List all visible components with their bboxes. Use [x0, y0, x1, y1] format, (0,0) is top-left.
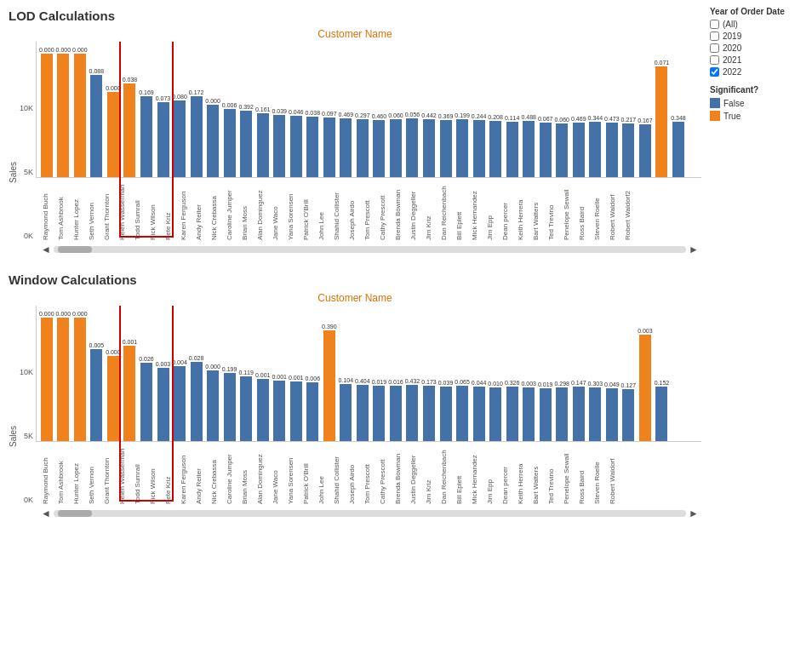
bar-rect-37 — [655, 387, 667, 441]
bar-rect-21 — [390, 386, 402, 441]
year-filter-group: Year of Order Date (All)2019202020212022 — [710, 7, 803, 77]
bar-group-33: 0.303 — [588, 309, 603, 441]
year-filter-item-1[interactable]: 2019 — [710, 32, 803, 41]
bar-group-34: 0.473 — [604, 45, 620, 177]
lod-bars-scroll[interactable]: 0.0000.0000.0000.0880.0000.0380.1690.073… — [36, 42, 701, 240]
lod-title: LOD Calculations — [9, 9, 701, 23]
bar-rect-6 — [140, 363, 152, 441]
bar-value-3: 0.088 — [89, 68, 105, 74]
bar-group-35: 0.217 — [621, 45, 637, 177]
bar-label-group-27: Bill Eplett — [452, 178, 466, 240]
bar-label-group-31: Keith Herrera — [513, 442, 527, 504]
window-scroll-right[interactable]: ► — [686, 508, 701, 519]
bar-label-8: Pete Kriz — [164, 444, 172, 504]
bar-label-group-37: Robert Waldorf — [605, 178, 619, 240]
bar-group-37: 0.071 — [655, 45, 670, 177]
bar-value-4: 0.000 — [106, 349, 121, 355]
bar-value-31: 0.060 — [554, 117, 569, 123]
bar-rect-20 — [373, 120, 385, 177]
year-checkbox-0[interactable] — [710, 20, 719, 29]
lod-chart-section: LOD Calculations Customer Name Sales 10K… — [9, 9, 701, 255]
bar-group-21: 0.016 — [388, 309, 403, 441]
bar-label-group-23: Brenda Bowman — [391, 442, 404, 504]
bar-label-27: Bill Eplett — [455, 444, 463, 504]
lod-scroll-thumb[interactable] — [58, 246, 92, 253]
bar-group-19: 0.297 — [355, 45, 370, 177]
bar-value-35: 0.217 — [621, 117, 637, 123]
bar-rect-28 — [506, 387, 518, 441]
bar-group-22: 0.056 — [405, 45, 420, 177]
legend-color-0 — [710, 98, 720, 108]
window-chart-wrapper: Sales 10K 5K 0K 0.0000.0000.0000.0050.00… — [9, 306, 701, 504]
window-bars-scroll[interactable]: 0.0000.0000.0000.0050.0000.0010.0260.003… — [36, 306, 701, 504]
bar-rect-22 — [406, 118, 418, 177]
bar-rect-27 — [489, 387, 501, 441]
lod-bars-area: 0.0000.0000.0000.0880.0000.0380.1690.073… — [36, 42, 701, 178]
bar-label-25: Jim Kriz — [425, 444, 432, 504]
bar-label-group-16: Yana Sorensen — [283, 442, 297, 504]
bar-group-25: 0.065 — [455, 309, 470, 441]
year-filter-item-3[interactable]: 2021 — [710, 55, 803, 65]
lod-scroll-left[interactable]: ◄ — [38, 244, 54, 255]
year-checkbox-3[interactable] — [710, 55, 719, 65]
bar-group-17: 0.097 — [322, 45, 337, 177]
bar-group-6: 0.169 — [139, 45, 154, 177]
bar-rect-4 — [107, 92, 119, 177]
bar-group-8: 0.080 — [172, 45, 187, 177]
bar-rect-8 — [174, 100, 186, 177]
bar-label-group-31: Keith Herrera — [513, 178, 527, 240]
bar-rect-17 — [323, 330, 335, 441]
bar-value-12: 0.392 — [238, 104, 254, 110]
bar-rect-25 — [456, 119, 468, 177]
window-scroll-track[interactable] — [54, 510, 686, 517]
bar-group-12: 0.119 — [238, 309, 254, 441]
bar-group-7: 0.073 — [156, 45, 171, 177]
year-filter-item-0[interactable]: (All) — [710, 20, 803, 29]
legend-group: Significant? FalseTrue — [710, 85, 803, 121]
lod-scrollbar[interactable]: ◄ ► — [38, 244, 701, 255]
window-scroll-thumb[interactable] — [58, 510, 92, 517]
bar-group-1: 0.000 — [56, 309, 71, 441]
window-scroll-left[interactable]: ◄ — [38, 508, 54, 519]
bar-value-38: 0.348 — [671, 115, 686, 121]
bar-label-25: Jim Kriz — [425, 181, 432, 240]
lod-scroll-right[interactable]: ► — [686, 244, 701, 255]
window-y-axis: 10K 5K 0K — [20, 368, 33, 504]
bar-label-group-29: Jim Epp — [483, 178, 496, 240]
window-scrollbar[interactable]: ◄ ► — [38, 508, 701, 519]
bar-rect-14 — [273, 115, 285, 177]
bar-group-12: 0.392 — [238, 45, 254, 177]
bar-group-1: 0.000 — [56, 45, 71, 177]
bar-value-32: 0.147 — [571, 380, 586, 386]
bar-label-7: Rick Wilson — [149, 181, 157, 240]
bar-label-21: Tom Prescott — [363, 181, 371, 240]
bar-rect-3 — [90, 75, 102, 177]
bar-group-21: 0.060 — [388, 45, 403, 177]
bar-group-5: 0.038 — [123, 45, 138, 177]
year-label-4: 2022 — [723, 67, 741, 77]
year-checkbox-1[interactable] — [710, 32, 719, 41]
bar-value-16: 0.006 — [306, 376, 321, 381]
bar-group-32: 0.147 — [571, 309, 586, 441]
bar-group-29: 0.003 — [521, 309, 536, 441]
bar-value-11: 0.199 — [222, 366, 237, 372]
bar-label-group-4: Grant Thornton — [100, 442, 113, 504]
bar-label-group-10: Andy Reiter — [192, 178, 205, 240]
year-filter-item-4[interactable]: 2022 — [710, 67, 803, 77]
bar-rect-20 — [373, 386, 385, 441]
bar-label-37: Robert Waldorf — [609, 181, 616, 240]
bar-label-group-30: Dean percer — [498, 178, 512, 240]
bar-rect-15 — [290, 116, 302, 177]
bar-label-11: Nick Crebassa — [210, 444, 218, 504]
bar-rect-16 — [306, 382, 318, 441]
bar-label-group-5: Helen Wasserman — [115, 178, 129, 240]
bar-group-0: 0.000 — [39, 45, 54, 177]
bar-group-3: 0.005 — [89, 309, 105, 441]
lod-scroll-track[interactable] — [54, 246, 686, 253]
year-filter-item-2[interactable]: 2020 — [710, 43, 803, 53]
bar-rect-24 — [440, 387, 452, 441]
bar-value-22: 0.432 — [405, 378, 420, 384]
bar-value-18: 0.469 — [339, 112, 354, 118]
year-checkbox-2[interactable] — [710, 43, 719, 53]
year-checkbox-4[interactable] — [710, 67, 719, 77]
